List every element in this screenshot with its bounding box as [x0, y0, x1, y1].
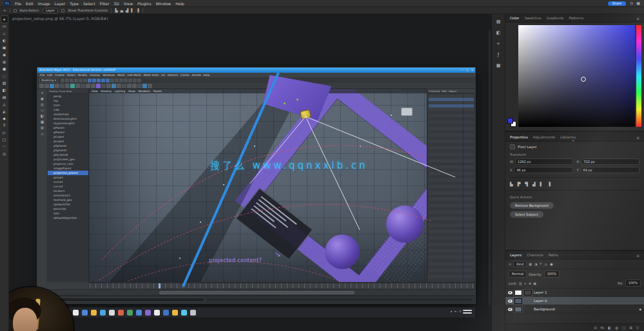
outliner-item[interactable]: set1	[48, 211, 88, 216]
menu-item[interactable]: Window	[156, 1, 171, 6]
outliner-item[interactable]: pSphere2	[48, 148, 88, 153]
embedded-screenshot-layer[interactable]: Autodesk Maya 2022 - Educational Version…	[37, 68, 475, 317]
tray-icon[interactable]: ∧	[450, 310, 452, 313]
shelf-icon[interactable]	[55, 84, 59, 88]
toolbox-icon[interactable]: ◧	[41, 114, 44, 118]
maya-range-slider[interactable]	[48, 289, 475, 295]
visibility-eye-icon[interactable]	[508, 299, 512, 303]
shelf-icon[interactable]	[81, 84, 85, 88]
panel-tab[interactable]: Paths	[549, 253, 558, 257]
align-icon[interactable]: ▙	[510, 182, 513, 186]
layers-footer-icon[interactable]: ◧	[608, 326, 611, 330]
panel-icon[interactable]: +	[496, 41, 500, 46]
menu-item[interactable]: 3D	[113, 1, 119, 6]
outliner-item[interactable]: pCube1	[48, 135, 88, 139]
shelf-icon[interactable]	[50, 84, 54, 88]
outliner-item[interactable]: group1	[48, 175, 88, 180]
field-input[interactable]: 96 px	[514, 167, 572, 173]
panel-icon[interactable]: ▦	[496, 63, 501, 68]
menu-item[interactable]: File	[15, 1, 21, 6]
menubar-icon[interactable]: ▦	[636, 1, 640, 6]
outliner-item[interactable]: imagePlane1	[48, 166, 88, 171]
shelf-icon[interactable]	[65, 84, 70, 88]
transform-controls-checkbox[interactable]	[61, 9, 64, 12]
time-cursor[interactable]	[159, 283, 161, 288]
maya-menu-item[interactable]: Display	[90, 73, 100, 77]
outliner-item[interactable]: textCard_geo	[48, 198, 88, 202]
panel-menu-icon[interactable]: ≡	[636, 135, 639, 140]
menubar-icon[interactable]: ⊙	[630, 1, 633, 6]
outliner-item[interactable]: lambert2SG	[48, 202, 88, 207]
outliner-item[interactable]: pSphere1	[48, 144, 88, 148]
outliner-item[interactable]: pPlane1	[48, 126, 88, 130]
window-button[interactable]: ▢	[466, 68, 469, 73]
taskbar-app-icon[interactable]	[154, 310, 160, 316]
taskbar-app-icon[interactable]	[163, 310, 169, 316]
menu-item[interactable]: Image	[38, 1, 50, 6]
lock-option-icon[interactable]: ⊕	[529, 281, 531, 285]
window-button[interactable]: ×	[471, 68, 473, 73]
outliner-item[interactable]: blinn1SG	[48, 207, 88, 211]
filter-type-icon[interactable]: ▭	[544, 262, 547, 266]
foreground-background-chips[interactable]	[507, 118, 517, 128]
shelf-icon[interactable]	[132, 84, 137, 88]
outliner-item[interactable]: side	[48, 108, 88, 112]
window-button[interactable]: —	[461, 68, 463, 73]
field-input[interactable]: 1282 px	[515, 158, 573, 165]
shelf-icon[interactable]	[60, 84, 64, 88]
lock-option-icon[interactable]: +	[524, 281, 527, 285]
visibility-eye-icon[interactable]	[508, 291, 512, 294]
outliner-item[interactable]: projection_plane1	[48, 171, 88, 175]
panel-icon[interactable]: ▤	[496, 19, 501, 24]
status-icon[interactable]	[124, 79, 128, 82]
maya-menu-item[interactable]: Edit Mesh	[128, 73, 141, 77]
range-handle[interactable]	[159, 291, 355, 294]
maya-menu-item[interactable]: Mesh Tools	[144, 73, 159, 77]
align-icon[interactable]: ▌	[131, 8, 133, 12]
align-icon[interactable]: ▄	[121, 8, 123, 12]
maya-viewport[interactable]: projected content? → ViewShadingLighting…	[89, 89, 427, 282]
color-picker-gradient[interactable]	[518, 25, 635, 127]
panel-menu-icon[interactable]: ≡	[636, 253, 639, 258]
tool-icon[interactable]: ◆	[1, 115, 8, 122]
shelf-icon[interactable]	[122, 84, 126, 88]
field-input[interactable]: 64 px	[581, 167, 639, 173]
status-icon[interactable]	[133, 79, 137, 82]
outliner-item[interactable]: skyDomeLight1	[48, 121, 88, 126]
maya-menu-item[interactable]: Mesh	[117, 73, 124, 77]
layer-row[interactable]: Layer 0	[505, 297, 644, 305]
panel-tab[interactable]: Gradients	[547, 16, 564, 20]
toolbox-icon[interactable]: ◉	[41, 97, 44, 100]
shelf-icon[interactable]	[142, 84, 147, 88]
tool-icon[interactable]: ◭	[1, 108, 8, 115]
viewport-menu-item[interactable]: Shading	[101, 89, 112, 93]
viewport-menu-item[interactable]: Renderer	[139, 89, 150, 93]
shelf-icon[interactable]	[127, 84, 132, 88]
taskbar-app-icon[interactable]	[118, 310, 124, 316]
align-icon[interactable]: ▟	[532, 182, 536, 186]
status-icon[interactable]	[137, 79, 141, 82]
panel-tab[interactable]: Adjustments	[533, 135, 555, 139]
status-icon[interactable]	[128, 79, 132, 82]
share-button[interactable]: Share	[608, 1, 626, 6]
panel-tab[interactable]: Channels	[527, 253, 543, 257]
menu-item[interactable]: Filter	[100, 1, 110, 6]
canvas-scrollbar[interactable]	[489, 30, 491, 305]
maya-menu-item[interactable]: Edit	[47, 73, 52, 77]
taskbar-app-icon[interactable]	[136, 310, 142, 316]
status-icon[interactable]	[110, 79, 114, 82]
tool-icon[interactable]: ◌	[1, 73, 8, 79]
outliner-item[interactable]: persp	[48, 94, 88, 99]
toolbox-icon[interactable]: △	[41, 131, 43, 135]
taskbar-app-icon[interactable]	[100, 310, 106, 316]
filter-kind-dropdown[interactable]: Kind	[513, 261, 527, 267]
tool-icon[interactable]: ▭	[1, 23, 8, 30]
lock-option-icon[interactable]: ▨	[519, 281, 522, 285]
maya-timeline[interactable]	[89, 282, 475, 289]
outliner-item[interactable]: pCube2	[48, 139, 88, 144]
taskbar-app-icon[interactable]	[145, 310, 151, 316]
viewport-menu-item[interactable]: Lighting	[115, 89, 125, 93]
shelf-icon[interactable]	[86, 84, 90, 88]
taskbar-app-icon[interactable]	[190, 310, 196, 316]
tool-icon[interactable]: ◉	[1, 52, 8, 58]
